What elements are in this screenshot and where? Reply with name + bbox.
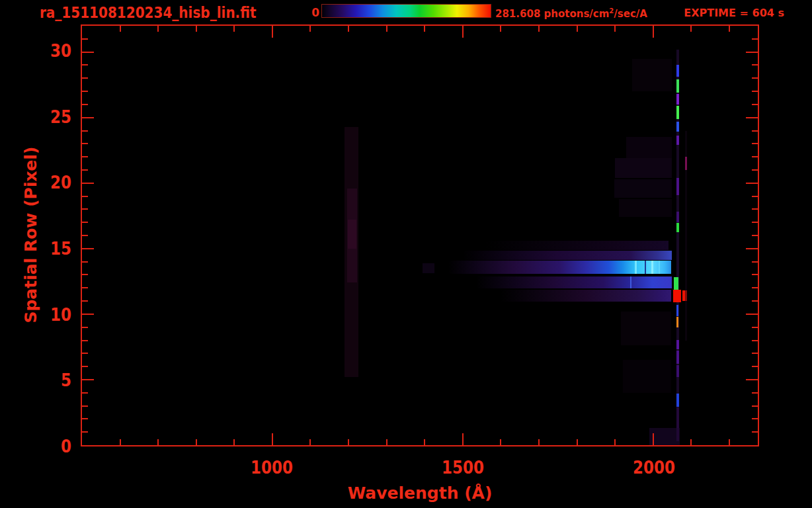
minor-tick-right	[752, 208, 758, 210]
minor-tick-left	[82, 208, 88, 210]
minor-tick-left	[82, 366, 88, 367]
minor-tick-right	[752, 104, 758, 105]
minor-tick-left	[82, 104, 88, 105]
major-tick-bottom	[653, 433, 654, 445]
y-tick-label: 25	[20, 108, 71, 126]
minor-tick-right	[752, 327, 758, 328]
major-tick-left	[82, 52, 94, 53]
minor-tick-right	[752, 64, 758, 65]
minor-tick-left	[82, 156, 88, 157]
minor-tick-left	[82, 405, 88, 407]
minor-tick-left	[82, 431, 88, 433]
major-tick-top	[462, 26, 464, 38]
minor-tick-bottom	[577, 439, 578, 445]
minor-tick-right	[752, 274, 758, 275]
minor-tick-right	[752, 235, 758, 236]
minor-tick-bottom	[690, 439, 692, 445]
major-tick-right	[746, 314, 758, 315]
plot-area	[81, 24, 759, 446]
major-tick-bottom	[272, 433, 273, 445]
minor-tick-bottom	[309, 439, 311, 445]
minor-tick-right	[752, 366, 758, 367]
minor-tick-left	[82, 169, 88, 171]
major-tick-left	[82, 117, 94, 118]
minor-tick-bottom	[233, 439, 235, 445]
minor-tick-top	[120, 26, 121, 32]
minor-tick-top	[309, 26, 311, 32]
minor-tick-left	[82, 77, 88, 79]
minor-tick-bottom	[500, 439, 501, 445]
minor-tick-bottom	[729, 439, 730, 445]
minor-tick-top	[614, 26, 616, 32]
minor-tick-bottom	[538, 439, 540, 445]
minor-tick-bottom	[196, 439, 197, 445]
minor-tick-bottom	[348, 439, 349, 445]
x-axis-title: Wavelength (Å)	[348, 484, 493, 503]
minor-tick-right	[752, 261, 758, 263]
colorbar-gradient	[321, 4, 491, 18]
minor-tick-top	[157, 26, 159, 32]
colorbar-min-label: 0	[298, 6, 319, 19]
spectrum-viewer-window: ra_151108120234_hisb_lin.fit 0 281.608 p…	[0, 0, 812, 508]
minor-tick-right	[752, 169, 758, 171]
minor-tick-top	[690, 26, 692, 32]
minor-tick-top	[386, 26, 387, 32]
minor-tick-left	[82, 38, 88, 40]
plot-title: ra_151108120234_hisb_lin.fit	[40, 4, 257, 22]
minor-tick-bottom	[424, 439, 425, 445]
minor-tick-left	[82, 340, 88, 341]
minor-tick-right	[752, 340, 758, 341]
minor-tick-left	[82, 130, 88, 132]
y-tick-label: 2000	[633, 459, 675, 476]
minor-tick-right	[752, 196, 758, 197]
major-tick-right	[746, 183, 758, 184]
exptime-label: EXPTIME = 604 s	[684, 7, 784, 19]
axis-ticks-layer	[82, 26, 758, 445]
colorbar-max-units-rest: /sec/A	[614, 8, 647, 20]
major-tick-top	[653, 26, 654, 38]
minor-tick-top	[424, 26, 425, 32]
minor-tick-left	[82, 287, 88, 288]
major-tick-right	[746, 248, 758, 249]
y-tick-label: 1000	[251, 459, 293, 476]
minor-tick-top	[196, 26, 197, 32]
minor-tick-right	[752, 353, 758, 354]
minor-tick-bottom	[614, 439, 616, 445]
minor-tick-right	[752, 287, 758, 288]
minor-tick-left	[82, 261, 88, 263]
minor-tick-top	[577, 26, 578, 32]
minor-tick-left	[82, 392, 88, 394]
major-tick-left	[82, 248, 94, 249]
minor-tick-top	[233, 26, 235, 32]
minor-tick-right	[752, 91, 758, 92]
y-tick-label: 1500	[442, 459, 484, 476]
minor-tick-left	[82, 196, 88, 197]
major-tick-left	[82, 314, 94, 315]
minor-tick-left	[82, 64, 88, 65]
major-tick-left	[82, 183, 94, 184]
minor-tick-left	[82, 91, 88, 92]
minor-tick-right	[752, 143, 758, 144]
minor-tick-left	[82, 222, 88, 223]
minor-tick-right	[752, 405, 758, 407]
minor-tick-bottom	[120, 439, 121, 445]
minor-tick-right	[752, 222, 758, 223]
minor-tick-right	[752, 38, 758, 40]
minor-tick-right	[752, 431, 758, 433]
minor-tick-left	[82, 327, 88, 328]
minor-tick-bottom	[386, 439, 387, 445]
minor-tick-top	[538, 26, 540, 32]
major-tick-bottom	[462, 433, 464, 445]
y-tick-label: 0	[20, 438, 71, 455]
major-tick-left	[82, 379, 94, 380]
minor-tick-left	[82, 300, 88, 302]
major-tick-top	[272, 26, 273, 38]
minor-tick-right	[752, 418, 758, 419]
minor-tick-left	[82, 418, 88, 419]
minor-tick-right	[752, 392, 758, 394]
major-tick-right	[746, 117, 758, 118]
minor-tick-right	[752, 156, 758, 157]
major-tick-right	[746, 379, 758, 380]
minor-tick-right	[752, 300, 758, 302]
colorbar-max-value: 281.608 photons/cm	[495, 8, 609, 20]
